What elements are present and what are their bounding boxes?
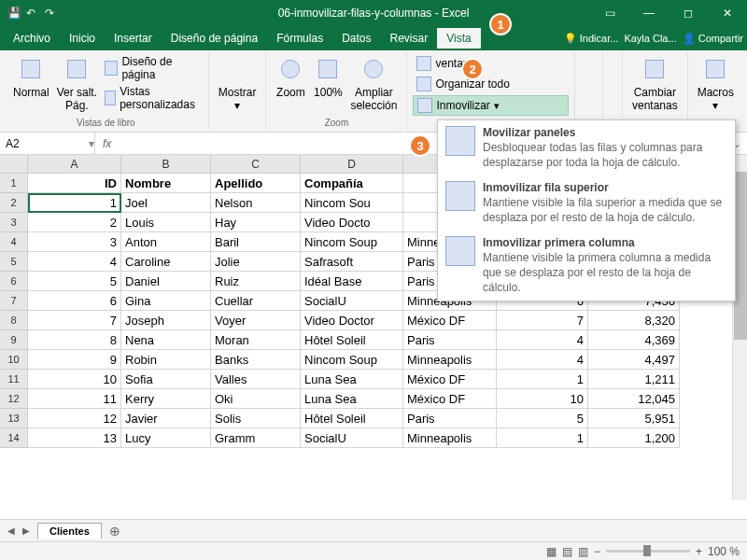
cell[interactable]: Apellido — [211, 174, 301, 193]
cell[interactable]: Nombre — [121, 174, 211, 193]
cell[interactable]: Javier — [121, 409, 211, 428]
cell[interactable]: Cuellar — [211, 291, 301, 311]
zoom-selection-button[interactable]: Ampliar selección — [346, 52, 401, 115]
tab-formulas[interactable]: Fórmulas — [267, 28, 332, 49]
cell[interactable]: Oki — [211, 389, 301, 409]
close-icon[interactable]: ✕ — [708, 0, 747, 26]
cell[interactable]: 9 — [28, 350, 121, 370]
zoom-button[interactable]: Zoom — [272, 52, 309, 115]
macros-button[interactable]: Macros▾ — [694, 52, 738, 115]
cell[interactable]: 5 — [28, 272, 121, 291]
cell[interactable]: Robin — [121, 350, 211, 370]
cell[interactable]: Hay — [211, 213, 301, 232]
view-break-icon[interactable]: ▥ — [578, 545, 588, 558]
freeze-menu-item[interactable]: Inmovilizar primera columnaMantiene visi… — [438, 231, 735, 301]
cell[interactable]: SocialU — [301, 428, 403, 448]
switch-windows-button[interactable]: Cambiar ventanas — [628, 52, 682, 115]
cell[interactable]: 3 — [28, 232, 121, 252]
cell[interactable]: Nelson — [211, 193, 301, 213]
cell[interactable]: Compañía — [301, 174, 403, 193]
page-layout-button[interactable]: Diseño de página — [101, 53, 203, 83]
cell[interactable]: Idéal Base — [301, 272, 403, 291]
cell[interactable]: Ruiz — [211, 272, 301, 291]
cell[interactable]: Minneapolis — [403, 428, 497, 448]
cell[interactable]: Paris — [403, 330, 497, 350]
cell[interactable]: 1,211 — [588, 370, 680, 389]
row-header[interactable]: 14 — [0, 428, 28, 448]
cell[interactable]: Valles — [211, 370, 301, 389]
cell[interactable]: 7 — [28, 311, 121, 330]
cell[interactable]: 12 — [28, 409, 121, 428]
cell[interactable]: 2 — [28, 213, 121, 232]
row-header[interactable]: 8 — [0, 311, 28, 330]
row-header[interactable]: 13 — [0, 409, 28, 428]
cell[interactable]: Lucy — [121, 428, 211, 448]
new-sheet-button[interactable]: ⊕ — [109, 524, 120, 539]
cell[interactable]: México DF — [403, 370, 497, 389]
normal-view-button[interactable]: Normal — [9, 52, 53, 115]
cell[interactable]: Nena — [121, 330, 211, 350]
cell[interactable]: Daniel — [121, 272, 211, 291]
zoom-out-button[interactable]: − — [594, 545, 600, 558]
cell[interactable]: Caroline — [121, 252, 211, 272]
share-button[interactable]: 👤 Compartir — [683, 33, 743, 45]
cell[interactable]: 5,951 — [588, 409, 680, 428]
cell[interactable]: 1,200 — [588, 428, 680, 448]
col-header[interactable]: C — [211, 155, 301, 173]
freeze-panes-button[interactable]: Inmovilizar ▾ — [413, 95, 569, 116]
cell[interactable]: Gina — [121, 291, 211, 311]
cell[interactable]: Hôtel Soleil — [301, 409, 403, 428]
cell[interactable]: 11 — [28, 389, 121, 409]
zoom-100-button[interactable]: 100% — [309, 52, 346, 115]
cell[interactable]: 10 — [497, 389, 588, 409]
cell[interactable]: Hôtel Soleil — [301, 330, 403, 350]
cell[interactable]: 4 — [497, 350, 588, 370]
tab-insertar[interactable]: Insertar — [105, 28, 162, 49]
cell[interactable]: 8,320 — [588, 311, 680, 330]
cell[interactable]: Jolie — [211, 252, 301, 272]
view-layout-icon[interactable]: ▤ — [562, 545, 572, 558]
row-header[interactable]: 4 — [0, 232, 28, 252]
tab-revisar[interactable]: Revisar — [381, 28, 438, 49]
cell[interactable]: 4 — [28, 252, 121, 272]
freeze-menu-item[interactable]: Movilizar panelesDesbloquear todas las f… — [438, 120, 735, 175]
row-header[interactable]: 9 — [0, 330, 28, 350]
cell[interactable]: Sofia — [121, 370, 211, 389]
sheet-nav-next[interactable]: ▶ — [22, 525, 30, 536]
row-header[interactable]: 5 — [0, 252, 28, 272]
cell[interactable]: 4,369 — [588, 330, 680, 350]
sheet-nav-prev[interactable]: ◀ — [7, 525, 15, 536]
redo-icon[interactable]: ↷ — [45, 7, 58, 20]
cell[interactable]: 1 — [497, 428, 588, 448]
user-name[interactable]: Kayla Cla... — [624, 33, 676, 44]
cell[interactable]: Safrasoft — [301, 252, 403, 272]
zoom-level[interactable]: 100 % — [708, 545, 740, 558]
cell[interactable]: SocialU — [301, 291, 403, 311]
cell[interactable]: Paris — [403, 409, 497, 428]
page-break-button[interactable]: Ver salt. Pág. — [53, 52, 101, 115]
cell[interactable]: Anton — [121, 232, 211, 252]
zoom-slider[interactable] — [606, 550, 690, 553]
cell[interactable]: 1 — [28, 193, 121, 213]
cell[interactable]: México DF — [403, 389, 497, 409]
cell[interactable]: 5 — [497, 409, 588, 428]
ribbon-options-icon[interactable]: ▭ — [590, 0, 629, 26]
row-header[interactable]: 12 — [0, 389, 28, 409]
row-header[interactable]: 1 — [0, 174, 28, 193]
row-header[interactable]: 10 — [0, 350, 28, 370]
cell[interactable]: Minneapolis — [403, 350, 497, 370]
tab-inicio[interactable]: Inicio — [60, 28, 105, 49]
cell[interactable]: Nincom Sou — [301, 193, 403, 213]
cell[interactable]: Solis — [211, 409, 301, 428]
cell[interactable]: Nincom Soup — [301, 350, 403, 370]
cell[interactable]: Moran — [211, 330, 301, 350]
tab-archivo[interactable]: Archivo — [4, 28, 60, 49]
cell[interactable]: Joseph — [121, 311, 211, 330]
cell[interactable]: Kerry — [121, 389, 211, 409]
tab-vista[interactable]: Vista — [437, 28, 480, 49]
cell[interactable]: Banks — [211, 350, 301, 370]
zoom-in-button[interactable]: + — [696, 545, 702, 558]
cell[interactable]: 7 — [497, 311, 588, 330]
show-button[interactable]: Mostrar▾ — [215, 52, 261, 115]
cell[interactable]: 4,497 — [588, 350, 680, 370]
